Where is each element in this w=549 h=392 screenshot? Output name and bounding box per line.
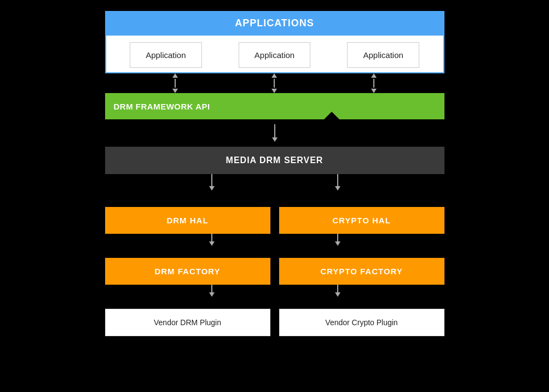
- bi-arrow-3: [371, 73, 377, 93]
- arrow-crypto-factory: [335, 241, 340, 246]
- arrow-crypto-hal: [335, 186, 340, 191]
- drm-framework-bar: [219, 93, 444, 119]
- media-drm-section: MEDIA DRM SERVER DRM HAL CRYPTO HAL: [105, 147, 444, 336]
- arrow-head-down-3: [371, 89, 377, 93]
- arrow-drm-plugin: [209, 292, 215, 297]
- drm-framework-row: DRM FRAMEWORK API: [105, 93, 444, 119]
- center-arrow-down: [272, 124, 278, 142]
- application-box-2: Application: [239, 42, 310, 68]
- media-drm-bar: MEDIA DRM SERVER: [105, 147, 444, 174]
- arrow-drm-hal: [209, 186, 215, 191]
- line-crypto-hal: [337, 174, 338, 186]
- connector-crypto-hal: [335, 174, 340, 191]
- arrow-crypto-plugin: [335, 292, 340, 297]
- factory-row: DRM FACTORY CRYPTO FACTORY: [105, 258, 444, 285]
- applications-block: APPLICATIONS Application Application App…: [105, 11, 444, 73]
- application-box-1: Application: [130, 42, 201, 68]
- arrow-drm-factory: [209, 241, 215, 246]
- applications-header: APPLICATIONS: [105, 11, 444, 36]
- connector-drm-hal: [209, 174, 215, 191]
- hal-row: DRM HAL CRYPTO HAL: [105, 207, 444, 234]
- connectors-drm-to-hal: [105, 174, 444, 191]
- line-crypto-plugin: [337, 285, 338, 292]
- arrow-head-up-3: [371, 73, 377, 78]
- connectors-hal-to-factory: [105, 234, 444, 246]
- gap-area: [105, 119, 444, 147]
- drm-framework-label: DRM FRAMEWORK API: [105, 93, 219, 119]
- arrow-head-down-1: [172, 89, 178, 93]
- arrow-head-up-2: [271, 73, 277, 78]
- connector-drm-factory: [209, 234, 215, 246]
- application-box-3: Application: [347, 42, 419, 68]
- line-drm-factory: [211, 234, 212, 241]
- plugin-row: Vendor DRM Plugin Vendor Crypto Plugin: [105, 309, 444, 336]
- arrow-head-up-1: [172, 73, 178, 78]
- crypto-hal-box: CRYPTO HAL: [279, 207, 444, 234]
- bi-arrow-2: [271, 73, 277, 93]
- connector-crypto-plugin: [335, 285, 340, 297]
- line-crypto-factory: [337, 234, 338, 241]
- connector-crypto-factory: [335, 234, 340, 246]
- arrow-line-1: [175, 79, 176, 88]
- drm-factory-box: DRM FACTORY: [105, 258, 270, 285]
- drm-plugin-box: Vendor DRM Plugin: [105, 309, 270, 336]
- line-drm-hal: [211, 174, 212, 186]
- line-drm-plugin: [211, 285, 212, 292]
- center-line: [274, 124, 275, 137]
- arrows-apps-to-framework: [105, 73, 444, 93]
- drm-notch: [324, 112, 339, 119]
- center-arrow-head: [272, 137, 278, 142]
- applications-body: Application Application Application: [105, 36, 444, 73]
- connector-drm-plugin: [209, 285, 215, 297]
- crypto-factory-box: CRYPTO FACTORY: [279, 258, 444, 285]
- bi-arrow-1: [172, 73, 178, 93]
- arrow-line-3: [373, 79, 374, 88]
- crypto-plugin-box: Vendor Crypto Plugin: [279, 309, 444, 336]
- arrow-head-down-2: [271, 89, 277, 93]
- drm-hal-box: DRM HAL: [105, 207, 270, 234]
- arrow-line-2: [274, 79, 275, 88]
- connectors-factory-to-plugin: [105, 285, 444, 297]
